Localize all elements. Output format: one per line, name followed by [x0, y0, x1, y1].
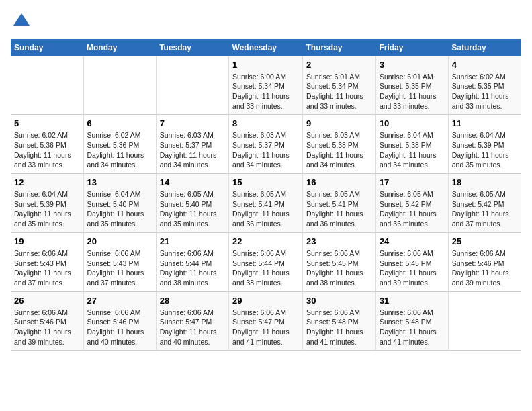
calendar-cell: 17Sunrise: 6:05 AMSunset: 5:42 PMDayligh… — [375, 174, 448, 233]
cell-content: Sunrise: 6:06 AMSunset: 5:46 PMDaylight:… — [452, 248, 518, 288]
calendar-cell: 15Sunrise: 6:05 AMSunset: 5:41 PMDayligh… — [229, 174, 303, 233]
cell-content: Sunrise: 6:03 AMSunset: 5:37 PMDaylight:… — [160, 130, 225, 170]
page-header — [11, 11, 521, 34]
cell-content: Sunrise: 6:02 AMSunset: 5:35 PMDaylight:… — [452, 72, 518, 111]
calendar-cell: 3Sunrise: 6:01 AMSunset: 5:35 PMDaylight… — [375, 56, 448, 115]
day-number: 3 — [380, 60, 445, 70]
cell-content: Sunrise: 6:03 AMSunset: 5:38 PMDaylight:… — [306, 130, 372, 170]
week-row-5: 26Sunrise: 6:06 AMSunset: 5:46 PMDayligh… — [11, 291, 521, 351]
calendar-cell — [83, 56, 156, 115]
cell-content: Sunrise: 6:06 AMSunset: 5:43 PMDaylight:… — [87, 248, 152, 288]
cell-content: Sunrise: 6:06 AMSunset: 5:47 PMDaylight:… — [232, 308, 299, 347]
calendar-cell: 16Sunrise: 6:05 AMSunset: 5:41 PMDayligh… — [302, 174, 375, 233]
calendar-cell: 20Sunrise: 6:06 AMSunset: 5:43 PMDayligh… — [83, 232, 156, 291]
weekday-header-tuesday: Tuesday — [156, 39, 228, 56]
calendar-cell: 7Sunrise: 6:03 AMSunset: 5:37 PMDaylight… — [156, 115, 228, 174]
calendar-cell: 18Sunrise: 6:05 AMSunset: 5:42 PMDayligh… — [448, 174, 521, 233]
calendar-cell: 2Sunrise: 6:01 AMSunset: 5:34 PMDaylight… — [302, 56, 375, 115]
cell-content: Sunrise: 6:06 AMSunset: 5:46 PMDaylight:… — [87, 308, 152, 347]
calendar-cell: 4Sunrise: 6:02 AMSunset: 5:35 PMDaylight… — [448, 56, 521, 115]
weekday-header-monday: Monday — [83, 39, 156, 56]
day-number: 13 — [87, 177, 152, 187]
cell-content: Sunrise: 6:04 AMSunset: 5:39 PMDaylight:… — [452, 130, 518, 170]
day-number: 27 — [87, 295, 152, 306]
cell-content: Sunrise: 6:04 AMSunset: 5:40 PMDaylight:… — [87, 189, 152, 229]
day-number: 6 — [87, 118, 152, 128]
cell-content: Sunrise: 6:04 AMSunset: 5:38 PMDaylight:… — [380, 130, 445, 170]
logo-icon — [12, 11, 31, 30]
cell-content: Sunrise: 6:04 AMSunset: 5:39 PMDaylight:… — [14, 189, 80, 229]
cell-content: Sunrise: 6:06 AMSunset: 5:43 PMDaylight:… — [14, 248, 80, 288]
day-number: 21 — [160, 236, 225, 246]
calendar-cell: 22Sunrise: 6:06 AMSunset: 5:44 PMDayligh… — [229, 232, 303, 291]
week-row-3: 12Sunrise: 6:04 AMSunset: 5:39 PMDayligh… — [11, 174, 521, 233]
cell-content: Sunrise: 6:06 AMSunset: 5:44 PMDaylight:… — [160, 248, 225, 288]
day-number: 10 — [380, 118, 445, 128]
calendar-cell: 19Sunrise: 6:06 AMSunset: 5:43 PMDayligh… — [11, 232, 83, 291]
week-row-1: 1Sunrise: 6:00 AMSunset: 5:34 PMDaylight… — [11, 56, 521, 115]
day-number: 28 — [160, 295, 225, 306]
day-number: 19 — [14, 236, 80, 246]
calendar-cell: 12Sunrise: 6:04 AMSunset: 5:39 PMDayligh… — [11, 174, 83, 233]
calendar-cell: 26Sunrise: 6:06 AMSunset: 5:46 PMDayligh… — [11, 291, 83, 351]
week-row-4: 19Sunrise: 6:06 AMSunset: 5:43 PMDayligh… — [11, 232, 521, 291]
cell-content: Sunrise: 6:00 AMSunset: 5:34 PMDaylight:… — [232, 72, 299, 111]
day-number: 16 — [306, 177, 372, 187]
cell-content: Sunrise: 6:06 AMSunset: 5:47 PMDaylight:… — [160, 308, 225, 347]
calendar-cell: 10Sunrise: 6:04 AMSunset: 5:38 PMDayligh… — [375, 115, 448, 174]
day-number: 24 — [380, 236, 445, 246]
calendar-cell — [156, 56, 228, 115]
calendar-cell: 23Sunrise: 6:06 AMSunset: 5:45 PMDayligh… — [302, 232, 375, 291]
cell-content: Sunrise: 6:05 AMSunset: 5:42 PMDaylight:… — [452, 189, 518, 229]
weekday-header-friday: Friday — [375, 39, 448, 56]
calendar-cell — [448, 291, 521, 351]
cell-content: Sunrise: 6:06 AMSunset: 5:48 PMDaylight:… — [306, 308, 372, 347]
day-number: 5 — [14, 118, 80, 128]
cell-content: Sunrise: 6:05 AMSunset: 5:41 PMDaylight:… — [306, 189, 372, 229]
calendar-cell: 8Sunrise: 6:03 AMSunset: 5:37 PMDaylight… — [229, 115, 303, 174]
day-number: 20 — [87, 236, 152, 246]
calendar-cell: 25Sunrise: 6:06 AMSunset: 5:46 PMDayligh… — [448, 232, 521, 291]
day-number: 7 — [160, 118, 225, 128]
cell-content: Sunrise: 6:01 AMSunset: 5:34 PMDaylight:… — [306, 72, 372, 111]
day-number: 22 — [232, 236, 299, 246]
cell-content: Sunrise: 6:05 AMSunset: 5:40 PMDaylight:… — [160, 189, 225, 229]
day-number: 11 — [452, 118, 518, 128]
calendar-cell: 13Sunrise: 6:04 AMSunset: 5:40 PMDayligh… — [83, 174, 156, 233]
calendar-cell: 31Sunrise: 6:06 AMSunset: 5:48 PMDayligh… — [375, 291, 448, 351]
day-number: 23 — [306, 236, 372, 246]
day-number: 9 — [306, 118, 372, 128]
weekday-header-sunday: Sunday — [11, 39, 83, 56]
calendar-cell: 9Sunrise: 6:03 AMSunset: 5:38 PMDaylight… — [302, 115, 375, 174]
day-number: 8 — [232, 118, 299, 128]
calendar-table: SundayMondayTuesdayWednesdayThursdayFrid… — [11, 39, 521, 351]
calendar-body: 1Sunrise: 6:00 AMSunset: 5:34 PMDaylight… — [11, 56, 521, 351]
day-number: 30 — [306, 295, 372, 306]
calendar-cell: 1Sunrise: 6:00 AMSunset: 5:34 PMDaylight… — [229, 56, 303, 115]
cell-content: Sunrise: 6:03 AMSunset: 5:37 PMDaylight:… — [232, 130, 299, 170]
calendar-cell: 29Sunrise: 6:06 AMSunset: 5:47 PMDayligh… — [229, 291, 303, 351]
cell-content: Sunrise: 6:06 AMSunset: 5:45 PMDaylight:… — [380, 248, 445, 288]
day-number: 2 — [306, 60, 372, 70]
calendar-cell: 30Sunrise: 6:06 AMSunset: 5:48 PMDayligh… — [302, 291, 375, 351]
logo — [11, 11, 31, 34]
calendar-cell: 27Sunrise: 6:06 AMSunset: 5:46 PMDayligh… — [83, 291, 156, 351]
day-number: 18 — [452, 177, 518, 187]
cell-content: Sunrise: 6:02 AMSunset: 5:36 PMDaylight:… — [14, 130, 80, 170]
cell-content: Sunrise: 6:06 AMSunset: 5:46 PMDaylight:… — [14, 308, 80, 347]
cell-content: Sunrise: 6:02 AMSunset: 5:36 PMDaylight:… — [87, 130, 152, 170]
calendar-cell: 5Sunrise: 6:02 AMSunset: 5:36 PMDaylight… — [11, 115, 83, 174]
calendar-cell: 6Sunrise: 6:02 AMSunset: 5:36 PMDaylight… — [83, 115, 156, 174]
calendar-cell: 24Sunrise: 6:06 AMSunset: 5:45 PMDayligh… — [375, 232, 448, 291]
cell-content: Sunrise: 6:01 AMSunset: 5:35 PMDaylight:… — [380, 72, 445, 111]
calendar-cell: 28Sunrise: 6:06 AMSunset: 5:47 PMDayligh… — [156, 291, 228, 351]
weekday-header-saturday: Saturday — [448, 39, 521, 56]
calendar-cell: 21Sunrise: 6:06 AMSunset: 5:44 PMDayligh… — [156, 232, 228, 291]
weekday-header-row: SundayMondayTuesdayWednesdayThursdayFrid… — [11, 39, 521, 56]
cell-content: Sunrise: 6:05 AMSunset: 5:42 PMDaylight:… — [380, 189, 445, 229]
day-number: 25 — [452, 236, 518, 246]
cell-content: Sunrise: 6:05 AMSunset: 5:41 PMDaylight:… — [232, 189, 299, 229]
day-number: 15 — [232, 177, 299, 187]
cell-content: Sunrise: 6:06 AMSunset: 5:44 PMDaylight:… — [232, 248, 299, 288]
cell-content: Sunrise: 6:06 AMSunset: 5:45 PMDaylight:… — [306, 248, 372, 288]
